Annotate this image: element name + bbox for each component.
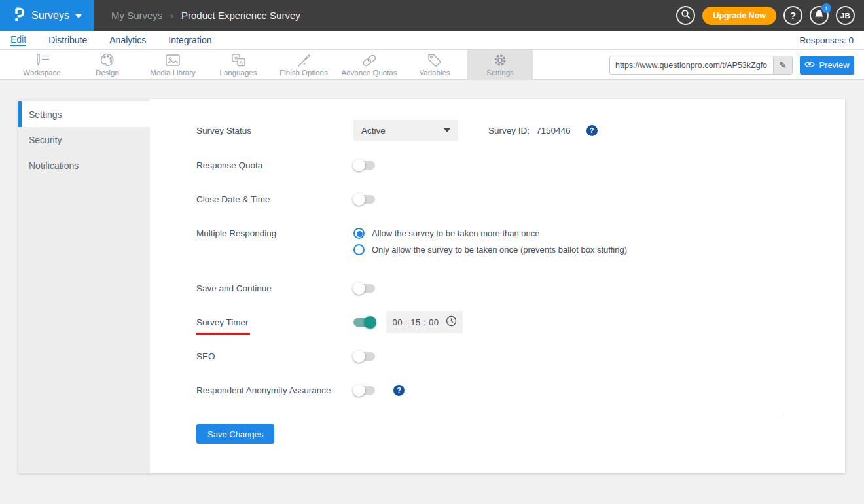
product-switcher[interactable]: Surveys: [0, 0, 94, 31]
chevron-down-icon: [444, 128, 450, 132]
toolbar-item-advance-quotas[interactable]: Advance Quotas: [336, 50, 402, 80]
finish-options-icon: [296, 53, 312, 67]
toolbar-item-label: Media Library: [150, 69, 196, 77]
survey-timer-row: Survey Timer 00 : 15 : 00: [196, 311, 819, 333]
allow-once-label: Only allow the survey to be taken once (…: [372, 245, 627, 255]
tab-analytics[interactable]: Analytics: [109, 35, 146, 45]
toolbar-item-label: Finish Options: [279, 69, 328, 77]
toggle-knob: [353, 282, 365, 295]
toolbar-item-media-library[interactable]: Media Library: [140, 50, 206, 80]
pencil-icon: ✎: [779, 60, 787, 71]
survey-timer-input[interactable]: 00 : 15 : 00: [386, 311, 463, 333]
section-tabs: Edit Distribute Analytics Integration Re…: [0, 31, 864, 50]
close-date-time-toggle[interactable]: [353, 195, 375, 204]
allow-multiple-label: Allow the survey to be taken more than o…: [372, 228, 540, 238]
survey-id-group: Survey ID: 7150446 ?: [488, 125, 598, 136]
respondent-anonymity-row: Respondent Anonymity Assurance ?: [196, 379, 819, 401]
multiple-responding-row: Multiple Responding Allow the survey to …: [196, 222, 819, 244]
media-library-icon: [165, 53, 181, 67]
save-and-continue-label: Save and Continue: [196, 283, 353, 293]
toolbar-item-design[interactable]: Design: [75, 50, 140, 80]
user-avatar[interactable]: JB: [836, 6, 855, 25]
radio-selected-icon[interactable]: [353, 228, 365, 239]
sidebar-item-notifications[interactable]: Notifications: [18, 153, 150, 178]
chevron-down-icon: [75, 14, 82, 18]
toolbar-item-workspace[interactable]: Workspace: [9, 50, 75, 80]
responses-count: Responses: 0: [799, 35, 854, 45]
eye-icon: [804, 60, 815, 70]
form-divider: [196, 414, 784, 414]
edit-toolbar: Workspace Design Media Library ★A Langua…: [0, 50, 864, 80]
edit-link-button[interactable]: ✎: [773, 56, 792, 74]
tab-integration[interactable]: Integration: [168, 35, 211, 45]
sidebar-item-settings[interactable]: Settings: [18, 101, 150, 127]
respondent-anonymity-label: Respondent Anonymity Assurance: [196, 386, 353, 395]
respondent-anonymity-help-icon[interactable]: ?: [393, 385, 405, 396]
upgrade-now-button[interactable]: Upgrade Now: [702, 7, 776, 25]
questionpro-logo-icon: [12, 6, 26, 26]
save-and-continue-row: Save and Continue: [196, 277, 819, 299]
toggle-knob: [353, 384, 365, 397]
toggle-knob: [353, 159, 365, 171]
save-and-continue-toggle[interactable]: [353, 284, 375, 293]
allow-once-option[interactable]: Only allow the survey to be taken once (…: [353, 244, 627, 255]
svg-text:A: A: [240, 60, 243, 65]
preview-label: Preview: [819, 60, 849, 70]
toolbar-item-label: Settings: [486, 69, 514, 77]
allow-multiple-option[interactable]: Allow the survey to be taken more than o…: [353, 228, 540, 239]
tab-distribute[interactable]: Distribute: [48, 35, 87, 45]
toolbar-item-label: Advance Quotas: [341, 69, 397, 77]
survey-timer-toggle[interactable]: [353, 318, 375, 327]
close-date-time-label: Close Date & Time: [196, 194, 353, 204]
workspace-icon: [33, 53, 50, 67]
seo-row: SEO: [196, 345, 819, 367]
toolbar-item-variables[interactable]: Variables: [402, 50, 467, 80]
notifications-button[interactable]: 1: [810, 6, 829, 25]
sidebar-item-security[interactable]: Security: [18, 127, 150, 153]
survey-status-select[interactable]: Active: [353, 120, 458, 141]
survey-status-label: Survey Status: [196, 126, 353, 135]
clock-icon: [446, 315, 457, 329]
help-button[interactable]: ?: [783, 6, 802, 25]
search-button[interactable]: [676, 6, 695, 25]
settings-panel: Settings Security Notifications Survey S…: [18, 99, 845, 473]
avatar-initials: JB: [840, 12, 850, 20]
breadcrumb-my-surveys[interactable]: My Surveys: [111, 10, 162, 21]
seo-toggle[interactable]: [353, 352, 375, 361]
response-quota-toggle[interactable]: [353, 161, 375, 170]
toolbar-item-label: Languages: [220, 69, 257, 77]
survey-status-row: Survey Status Active Survey ID: 7150446 …: [196, 119, 819, 141]
toggle-knob: [353, 350, 365, 363]
advance-quotas-icon: [361, 53, 378, 67]
top-header: Surveys My Surveys › Product Experience …: [0, 0, 864, 31]
languages-icon: ★A: [230, 53, 246, 67]
breadcrumb-survey-title: Product Experience Survey: [181, 10, 300, 21]
survey-id-help-icon[interactable]: ?: [586, 125, 598, 136]
settings-sidebar: Settings Security Notifications: [18, 99, 150, 473]
seo-label: SEO: [196, 351, 353, 361]
save-changes-button[interactable]: Save Changes: [196, 424, 274, 444]
breadcrumb: My Surveys › Product Experience Survey: [111, 10, 300, 21]
close-date-time-row: Close Date & Time: [196, 188, 819, 210]
toggle-knob: [364, 316, 376, 329]
radio-unselected-icon[interactable]: [353, 244, 365, 255]
notification-badge: 1: [821, 3, 831, 13]
response-quota-row: Response Quota: [196, 154, 819, 176]
toolbar-item-languages[interactable]: ★A Languages: [206, 50, 271, 80]
survey-timer-label: Survey Timer: [196, 317, 353, 327]
question-mark-icon: ?: [790, 10, 796, 21]
survey-link-field[interactable]: https://www.questionpro.com/t/AP53kZgfo …: [609, 56, 793, 75]
preview-button[interactable]: Preview: [800, 56, 854, 75]
survey-status-value: Active: [361, 126, 386, 135]
respondent-anonymity-toggle[interactable]: [353, 386, 375, 395]
search-icon: [681, 9, 691, 22]
tab-edit[interactable]: Edit: [10, 34, 26, 46]
toolbar-item-settings[interactable]: Settings: [467, 50, 533, 80]
survey-timer-value[interactable]: 00 : 15 : 00: [392, 317, 439, 327]
toggle-knob: [353, 193, 365, 206]
survey-id-label: Survey ID:: [488, 126, 530, 135]
toolbar-item-finish-options[interactable]: Finish Options: [271, 50, 336, 80]
toolbar-item-label: Workspace: [23, 69, 60, 77]
survey-link-url[interactable]: https://www.questionpro.com/t/AP53kZgfo: [610, 61, 773, 70]
settings-icon: [492, 53, 508, 67]
